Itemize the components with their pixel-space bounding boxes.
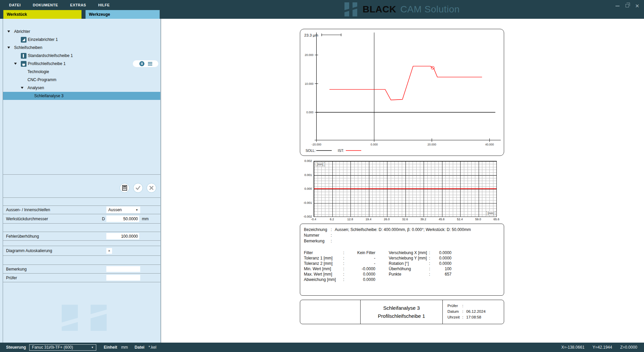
confirm-button[interactable] <box>133 183 143 193</box>
stat-row: Filter:Kein Filter <box>304 250 375 255</box>
tree-item-cnc-programm[interactable]: CNC-Programm <box>3 76 160 84</box>
wheel-standard-icon <box>21 53 28 59</box>
menu-item-hilfe[interactable]: HILFE <box>98 3 110 7</box>
svg-text:40.000: 40.000 <box>485 143 494 146</box>
x-tick-label: 45.8 <box>435 218 448 221</box>
stat-row: Verschiebung X [mm]:0.0000 <box>389 250 451 255</box>
form-row-pruefer: Prüfer <box>3 274 160 282</box>
expand-arrow-icon[interactable] <box>7 45 14 50</box>
form-row-bemerkung: Bemerkung <box>3 265 160 274</box>
tree-item-label: Analysen <box>28 85 44 90</box>
x-tick-label: 32.6 <box>398 218 412 221</box>
expand-arrow-icon[interactable] <box>7 29 14 34</box>
stat-row: Punkte:657 <box>389 272 451 277</box>
menu-item-extras[interactable]: EXTRAS <box>70 3 86 7</box>
tree-item-abrichter[interactable]: Abrichter <box>3 27 160 36</box>
stat-row: Abweichung [mm]:0.0000 <box>304 277 375 282</box>
status-bar: Steuerung Fanuc 31i/0i-TF+ (600) ▼ Einhe… <box>0 343 644 352</box>
report-footer: Schleifanalyse 3 Profilschleifscheibe 1 … <box>300 300 504 324</box>
einheit-value: mm <box>121 345 128 350</box>
cancel-button[interactable] <box>147 183 156 193</box>
menu-item-datei[interactable]: DATEI <box>9 3 21 7</box>
tree-item-label: CNC-Programm <box>28 77 56 82</box>
x-tick-label: 6.2 <box>325 218 339 221</box>
stat-row: Überhöhung:100 <box>389 266 451 272</box>
stat-label: Punkte <box>389 272 429 277</box>
stats-left-column: Filter:Kein FilterToleranz 1 [mm]:-Toler… <box>304 250 375 282</box>
schleifart-select[interactable]: Aussen ▼ <box>106 207 140 213</box>
tree-item-profilschleifscheibe-1[interactable]: Profilschleifscheibe 1 <box>3 60 160 68</box>
divider <box>3 174 160 175</box>
footer-logo-cell <box>300 300 361 324</box>
tree-item-standardschleifscheibe-1[interactable]: Standardschleifscheibe 1 <box>3 52 160 60</box>
close-icon[interactable]: ✕ <box>635 3 639 8</box>
x-tick-label: 26.0 <box>380 218 393 221</box>
stat-label: Verschiebung X [mm] <box>389 250 429 255</box>
stat-value: - <box>346 256 375 260</box>
restore-icon[interactable] <box>626 4 629 7</box>
tree-item-schleifscheiben[interactable]: Schleifscheiben <box>3 44 160 52</box>
tree-item-label: Profilschleifscheibe 1 <box>28 61 66 66</box>
expand-arrow-icon[interactable] <box>14 61 21 66</box>
svg-text:0.000: 0.000 <box>306 111 314 114</box>
stat-value: 0.0000 <box>346 272 375 277</box>
coord-z: Z=0.0000 <box>620 345 637 350</box>
x-tick-label: 12.8 <box>343 218 357 221</box>
field-unit: mm <box>142 217 149 221</box>
stat-label: Überhöhung <box>389 267 429 271</box>
list-icon[interactable] <box>148 62 152 66</box>
stat-label: Toleranz 1 [mm] <box>304 256 343 260</box>
tree-item-technologie[interactable]: Technologie <box>3 68 160 76</box>
durchmesser-input[interactable] <box>106 216 139 222</box>
deviation-zero-line <box>314 188 496 189</box>
expand-arrow-icon[interactable] <box>21 85 28 90</box>
stat-value: - <box>346 261 375 266</box>
stat-label: Filter <box>304 250 343 255</box>
steuerung-select[interactable]: Fanuc 31i/0i-TF+ (600) ▼ <box>29 344 96 351</box>
form-row-spacer <box>3 256 160 265</box>
footer-field: Prüfer: <box>447 304 504 309</box>
stat-label: Rotation [°] <box>389 261 429 266</box>
autoskalierung-checkbox[interactable]: × <box>106 248 112 254</box>
item-action-badges <box>133 60 158 67</box>
pruefer-input[interactable] <box>106 275 140 281</box>
fehlerueberhoehung-input[interactable] <box>106 233 139 239</box>
calculate-button[interactable] <box>120 183 129 193</box>
form-row-autoskalierung: Diagramm Autoskalierung × <box>3 246 160 256</box>
field-label: Werkstückdurchmesser <box>6 217 48 221</box>
bemerkung-input[interactable] <box>106 266 140 272</box>
stat-label: Max. Wert [mm] <box>304 272 343 277</box>
tree-item-label: Schleifscheiben <box>14 45 42 50</box>
einheit-label: Einheit <box>104 345 117 350</box>
svg-text:10.000: 10.000 <box>305 82 314 85</box>
brand-logo-icon <box>344 2 357 16</box>
x-tick-label: 59.0 <box>472 218 485 221</box>
stat-label: Verschiebung Y [mm] <box>389 256 429 260</box>
datei-value: *.kel <box>149 345 156 350</box>
divider <box>3 197 160 198</box>
minimize-icon[interactable] <box>615 6 620 6</box>
tree-item-analysen[interactable]: Analysen <box>3 84 160 92</box>
stat-label: Abweichung [mm] <box>304 277 343 282</box>
tab-werkzeuge[interactable]: Werkzeuge <box>86 10 160 19</box>
profile-chart: -20.0000.00020.00040.00020.00010.0000.00… <box>300 29 504 156</box>
tree-item-schleifanalyse-3[interactable]: Schleifanalyse 3 <box>3 92 160 100</box>
field-prefix: D <box>102 217 105 221</box>
tree-item-label: Einzelabrichter 1 <box>28 37 58 42</box>
tree-item-einzelabrichter-1[interactable]: Einzelabrichter 1 <box>3 36 160 44</box>
steuerung-label: Steuerung <box>6 345 26 350</box>
series-ist <box>329 66 482 100</box>
pause-icon[interactable] <box>139 61 145 66</box>
x-icon <box>149 186 154 190</box>
tree-item-label: Standardschleifscheibe 1 <box>28 53 73 58</box>
form-row-spacer <box>3 224 160 232</box>
unit-badge: [mm] <box>316 162 325 166</box>
title-bar: DATEIDOKUMENTEEXTRASHILFE BLACK CAM Solu… <box>0 0 644 19</box>
menu-item-dokumente[interactable]: DOKUMENTE <box>33 3 58 7</box>
analysis-title: Schleifanalyse 3 <box>383 304 420 312</box>
footer-field: Datum:06.12.2024 <box>447 309 504 315</box>
deviation-chart-panel: 0.0020.0010.000-0.001-0.002-0.46.212.819… <box>300 160 499 220</box>
stat-row: Rotation [°]:0.0000 <box>389 261 451 266</box>
tab-werkstueck[interactable]: Werkstück <box>3 10 82 19</box>
footer-title-cell: Schleifanalyse 3 Profilschleifscheibe 1 <box>361 300 443 324</box>
